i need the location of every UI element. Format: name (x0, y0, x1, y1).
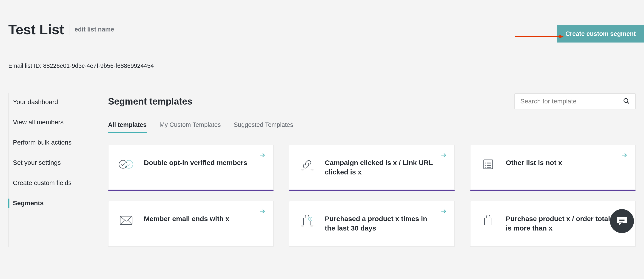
section-title: Segment templates (108, 96, 192, 107)
arrow-right-icon (260, 152, 266, 159)
template-card-title: Campaign clicked is x / Link URL clicked… (325, 158, 444, 177)
arrow-right-icon (622, 152, 628, 159)
create-custom-segment-button[interactable]: Create custom segment (557, 25, 644, 42)
search-icon (623, 98, 630, 105)
template-card-title: Double opt-in verified members (144, 158, 256, 168)
template-card-title: Purchased a product x times in the last … (325, 214, 444, 233)
edit-list-name-link[interactable]: edit list name (74, 26, 114, 33)
svg-marker-1 (560, 35, 564, 38)
annotation-arrow-icon (515, 34, 564, 39)
template-search[interactable] (514, 93, 636, 110)
svg-point-8 (301, 169, 304, 170)
email-list-id: Email list ID: 88226e01-9d3c-4e7f-9b56-f… (8, 62, 636, 70)
main-panel: Segment templates All templates My Custo… (98, 93, 636, 247)
svg-point-2 (624, 98, 628, 102)
shopping-bag-plus-icon (299, 213, 315, 228)
title-divider (69, 24, 70, 35)
sidebar-item-settings[interactable]: Set your settings (13, 154, 98, 172)
title-block: Test List edit list name (8, 22, 114, 38)
sidebar-item-label: Perform bulk actions (13, 139, 72, 146)
sidebar-item-bulk-actions[interactable]: Perform bulk actions (13, 134, 98, 151)
sidebar-item-label: Set your settings (13, 159, 61, 166)
sidebar-item-dashboard[interactable]: Your dashboard (13, 93, 98, 111)
template-card[interactable]: Member email ends with x (108, 201, 274, 247)
sidebar-item-view-members[interactable]: View all members (13, 114, 98, 131)
envelope-icon (118, 213, 134, 228)
section-header: Segment templates (108, 93, 636, 110)
svg-point-24 (310, 225, 314, 226)
template-card-title: Member email ends with x (144, 214, 238, 224)
sidebar-item-label: Segments (13, 200, 44, 206)
page-root: Test List edit list name Create custom s… (0, 0, 644, 247)
page-header: Test List edit list name (8, 0, 636, 38)
list-id-value: 88226e01-9d3c-4e7f-9b56-f68869924454 (43, 62, 154, 69)
template-card[interactable]: Campaign clicked is x / Link URL clicked… (289, 145, 454, 191)
arrow-right-icon (440, 152, 446, 159)
arrow-right-icon (260, 208, 266, 215)
chat-fab-button[interactable] (610, 209, 634, 233)
template-tabs: All templates My Custom Templates Sugges… (108, 121, 636, 133)
sidebar-item-custom-fields[interactable]: Create custom fields (13, 174, 98, 192)
template-card[interactable]: Other list is not x (470, 145, 636, 191)
double-check-icon (118, 157, 134, 172)
template-card-title: Other list is not x (506, 158, 571, 168)
svg-point-9 (310, 169, 314, 170)
sidebar-item-label: View all members (13, 118, 64, 126)
list-id-prefix: Email list ID: (8, 62, 43, 69)
sidebar-nav: Your dashboard View all members Perform … (8, 93, 98, 247)
search-input[interactable] (520, 98, 623, 105)
chat-icon (616, 214, 628, 228)
shopping-bag-icon (480, 213, 496, 228)
arrow-right-icon (440, 208, 446, 215)
tab-my-custom-templates[interactable]: My Custom Templates (160, 121, 221, 133)
page-title: Test List (8, 22, 64, 38)
svg-point-23 (300, 225, 304, 226)
sidebar-item-label: Create custom fields (13, 179, 72, 186)
template-card[interactable]: Purchased a product x times in the last … (289, 201, 454, 247)
template-card-title: Purchase product x / order total is more… (506, 214, 626, 233)
list-icon (480, 157, 496, 172)
template-cards-grid: Double opt-in verified members (108, 145, 636, 247)
content-area: Your dashboard View all members Perform … (8, 93, 636, 247)
tab-all-templates[interactable]: All templates (108, 121, 147, 133)
sidebar-item-segments[interactable]: Segments (13, 194, 98, 212)
svg-line-3 (628, 102, 629, 104)
sidebar-item-label: Your dashboard (13, 98, 58, 106)
svg-point-6 (125, 160, 133, 168)
template-card[interactable]: Double opt-in verified members (108, 145, 274, 191)
link-icon (299, 157, 315, 172)
tab-suggested-templates[interactable]: Suggested Templates (234, 121, 293, 133)
